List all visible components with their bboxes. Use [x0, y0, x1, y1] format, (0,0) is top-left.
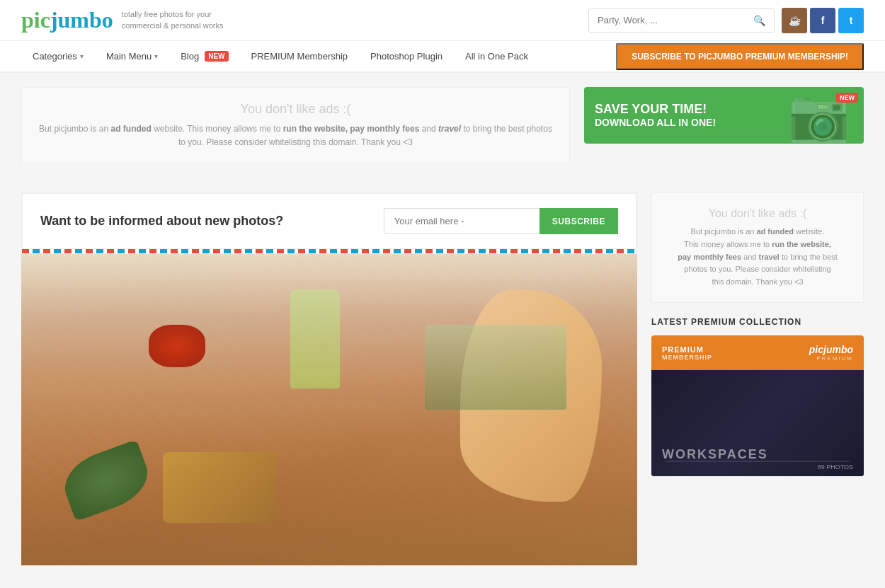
header-right: 🔍 ☕ f t	[588, 8, 864, 33]
navbar: Categories ▾ Main Menu ▾ Blog NEW PREMIU…	[0, 41, 885, 73]
search-input[interactable]	[589, 9, 745, 31]
subscribe-form: SUBSCRIBE	[384, 208, 618, 234]
search-button[interactable]: 🔍	[745, 9, 774, 32]
latest-premium-title: LATEST PREMIUM COLLECTION	[651, 317, 864, 327]
main-wrapper: Want to be informed about new photos? SU…	[0, 178, 885, 580]
nav-categories[interactable]: Categories ▾	[21, 41, 95, 71]
banner-text: SAVE YOUR TIME! DOWNLOAD ALL IN ONE!	[584, 95, 726, 136]
food-jar	[290, 289, 340, 388]
membership-label: MEMBERSHIP	[662, 354, 712, 361]
nav-all-in-one[interactable]: All in One Pack	[454, 41, 539, 71]
collection-name: WORKSPACES	[662, 447, 768, 462]
subscribe-heading: Want to be informed about new photos?	[40, 214, 283, 229]
facebook-icon[interactable]: f	[810, 8, 835, 33]
logo-area: picjumbo totally free photos for your co…	[21, 7, 223, 33]
latest-premium-section: LATEST PREMIUM COLLECTION PREMIUM MEMBER…	[651, 317, 864, 476]
photo-container[interactable]	[21, 254, 637, 565]
chevron-down-icon: ▾	[80, 52, 84, 60]
photo-count: 89 PHOTOS	[818, 463, 853, 471]
subscribe-button[interactable]: SUBSCRIBE	[539, 208, 618, 234]
ad-text: But picjumbo is an ad funded website. Th…	[36, 122, 555, 149]
subscribe-nav-button[interactable]: SUBSCRIBE TO PICJUMBO PREMIUM MEMBERSHIP…	[616, 43, 864, 70]
picjumbo-premium-sub: PREMIUM	[816, 355, 853, 362]
right-ad-title: You don't like ads :(	[666, 207, 849, 220]
chevron-down-icon: ▾	[154, 52, 158, 60]
nav-blog[interactable]: Blog NEW	[169, 41, 239, 71]
social-icons: ☕ f t	[782, 8, 864, 33]
ad-title: You don't like ads :(	[36, 102, 555, 117]
new-badge-banner: NEW	[836, 93, 858, 103]
ad-notice-top: You don't like ads :( But picjumbo is an…	[21, 87, 570, 164]
search-bar: 🔍	[588, 8, 775, 33]
food-bread	[163, 452, 276, 523]
right-ad-notice: You don't like ads :( But picjumbo is an…	[651, 192, 864, 303]
right-ad-text: But picjumbo is an ad funded website. Th…	[666, 226, 849, 288]
premium-card-image: 15 09 WORKSPACES 89 PHOTOS	[651, 370, 864, 476]
premium-card-header: PREMIUM MEMBERSHIP picjumbo PREMIUM	[651, 335, 864, 370]
header: picjumbo totally free photos for your co…	[0, 0, 885, 41]
email-input[interactable]	[384, 208, 539, 234]
nav-main-menu[interactable]: Main Menu ▾	[95, 41, 169, 71]
premium-label: PREMIUM	[662, 345, 712, 354]
nav-photoshop[interactable]: Photoshop Plugin	[359, 41, 454, 71]
twitter-icon[interactable]: t	[838, 8, 864, 33]
green-banner[interactable]: SAVE YOUR TIME! DOWNLOAD ALL IN ONE! 📷 N…	[584, 87, 864, 144]
banner-line1: SAVE YOUR TIME! DOWNLOAD ALL IN ONE!	[595, 102, 716, 129]
logo-tagline: totally free photos for your commercial …	[122, 9, 224, 31]
new-badge: NEW	[205, 51, 228, 62]
premium-card[interactable]: PREMIUM MEMBERSHIP picjumbo PREMIUM 15 0…	[651, 335, 864, 476]
logo[interactable]: picjumbo	[21, 7, 113, 33]
subscribe-section: Want to be informed about new photos? SU…	[21, 192, 637, 254]
premium-card-left: PREMIUM MEMBERSHIP	[662, 345, 712, 361]
coffee-icon[interactable]: ☕	[782, 8, 807, 33]
left-column: Want to be informed about new photos? SU…	[21, 192, 637, 565]
premium-card-right: picjumbo PREMIUM	[809, 344, 853, 362]
picjumbo-brand: picjumbo	[809, 344, 853, 355]
subscribe-box: Want to be informed about new photos? SU…	[22, 193, 636, 249]
salad-container	[425, 325, 566, 410]
right-column: You don't like ads :( But picjumbo is an…	[651, 192, 864, 565]
top-banner-area: You don't like ads :( But picjumbo is an…	[0, 73, 885, 178]
stripe-decoration	[22, 249, 636, 253]
main-photo[interactable]	[21, 254, 637, 565]
food-red	[149, 325, 205, 367]
nav-premium[interactable]: PREMIUM Membership	[240, 41, 360, 71]
